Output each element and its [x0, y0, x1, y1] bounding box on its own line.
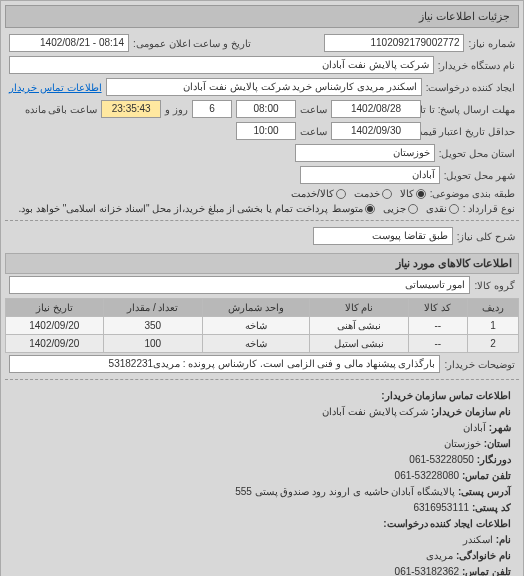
radio-partial[interactable]: جزیی	[383, 203, 418, 214]
radio-dot-icon	[416, 189, 426, 199]
radio-both[interactable]: کالا/خدمت	[291, 188, 346, 199]
buyer-contact-link[interactable]: اطلاعات تماس خریدار	[9, 82, 102, 93]
divider	[5, 220, 519, 221]
deadline-label: مهلت ارسال پاسخ: تا تاریخ:	[425, 104, 515, 115]
items-section-title: اطلاعات کالاهای مورد نیاز	[5, 253, 519, 274]
header-bar: جزئیات اطلاعات نیاز	[5, 5, 519, 28]
radio-dot-icon	[365, 204, 375, 214]
deadline-date-field: 1402/08/28	[331, 100, 421, 118]
table-row: 1 -- نبشی آهنی شاخه 350 1402/09/20	[6, 317, 519, 335]
radio-dot-icon	[408, 204, 418, 214]
radio-dot-icon	[382, 189, 392, 199]
announce-label: تاریخ و ساعت اعلان عمومی:	[133, 38, 251, 49]
th-unit: واحد شمارش	[203, 299, 310, 317]
subject-class-label: طبقه بندی موضوعی:	[430, 188, 515, 199]
form-panel: جزئیات اطلاعات نیاز شماره نیاز: 11020921…	[0, 0, 524, 576]
th-code: کد کالا	[408, 299, 467, 317]
time-label-1: ساعت	[300, 104, 327, 115]
buyer-org-label: نام دستگاه خریدار:	[438, 60, 515, 71]
th-qty: تعداد / مقدار	[103, 299, 203, 317]
requester-label: ایجاد کننده درخواست:	[426, 82, 515, 93]
th-row: ردیف	[467, 299, 518, 317]
time-label-2: ساعت	[300, 126, 327, 137]
table-wrapper: ستاد | اطلاع رسانی ردیف کد کالا نام کالا…	[5, 298, 519, 353]
deadline-time-field: 08:00	[236, 100, 296, 118]
general-desc-label: شرح کلی نیاز:	[457, 231, 515, 242]
radio-dot-icon	[336, 189, 346, 199]
radio-dot-icon	[449, 204, 459, 214]
validity-time-field: 10:00	[236, 122, 296, 140]
contact-section-title: اطلاعات تماس سازمان خریدار:	[381, 390, 511, 401]
group-field: امور تاسیساتی	[9, 276, 470, 294]
remain-days-field: 6	[192, 100, 232, 118]
radio-service[interactable]: خدمت	[354, 188, 392, 199]
pay-note: پرداخت تمام یا بخشی از مبلغ خرید،از محل …	[18, 203, 327, 214]
validity-label: حداقل تاریخ اعتبار قیمت: تا تاریخ:	[425, 126, 515, 137]
buyer-notes-field: بارگذاری پیشنهاد مالی و فنی الزامی است. …	[9, 355, 440, 373]
buyer-org-field: شرکت پالایش نفت آبادان	[9, 56, 434, 74]
city-label: شهر محل تحویل:	[444, 170, 515, 181]
req-number-label: شماره نیاز:	[468, 38, 515, 49]
header-title: جزئیات اطلاعات نیاز	[419, 10, 510, 22]
items-table: ردیف کد کالا نام کالا واحد شمارش تعداد /…	[5, 298, 519, 353]
city-field: آبادان	[300, 166, 440, 184]
buyer-notes-label: توضیحات خریدار:	[444, 359, 515, 370]
province-label: استان محل تحویل:	[439, 148, 515, 159]
remain-label: ساعت باقی مانده	[25, 104, 98, 115]
req-number-field: 1102092179002772	[324, 34, 464, 52]
divider	[5, 379, 519, 380]
subject-radio-group: کالا خدمت کالا/خدمت	[291, 188, 426, 199]
th-name: نام کالا	[310, 299, 409, 317]
province-field: خوزستان	[295, 144, 435, 162]
table-row: 2 -- نبشی استیل شاخه 100 1402/09/20	[6, 335, 519, 353]
contact-block: اطلاعات تماس سازمان خریدار: نام سازمان خ…	[5, 384, 519, 576]
requester-field: اسکندر مریدی کارشناس خرید شرکت پالایش نف…	[106, 78, 422, 96]
th-date: تاریخ نیاز	[6, 299, 104, 317]
remain-time-field: 23:35:43	[101, 100, 161, 118]
validity-date-field: 1402/09/30	[331, 122, 421, 140]
remain-days-label: روز و	[165, 104, 188, 115]
pay-type-label: نوع قرارداد :	[463, 203, 515, 214]
announce-field: 08:14 - 1402/08/21	[9, 34, 129, 52]
req-creator-section: اطلاعات ایجاد کننده درخواست:	[383, 518, 511, 529]
radio-kala[interactable]: کالا	[400, 188, 426, 199]
pay-radio-group: نقدی جزیی متوسط	[332, 203, 459, 214]
general-desc-field: طبق تقاضا پیوست	[313, 227, 453, 245]
radio-medium[interactable]: متوسط	[332, 203, 375, 214]
group-label: گروه کالا:	[474, 280, 515, 291]
radio-cash[interactable]: نقدی	[426, 203, 459, 214]
